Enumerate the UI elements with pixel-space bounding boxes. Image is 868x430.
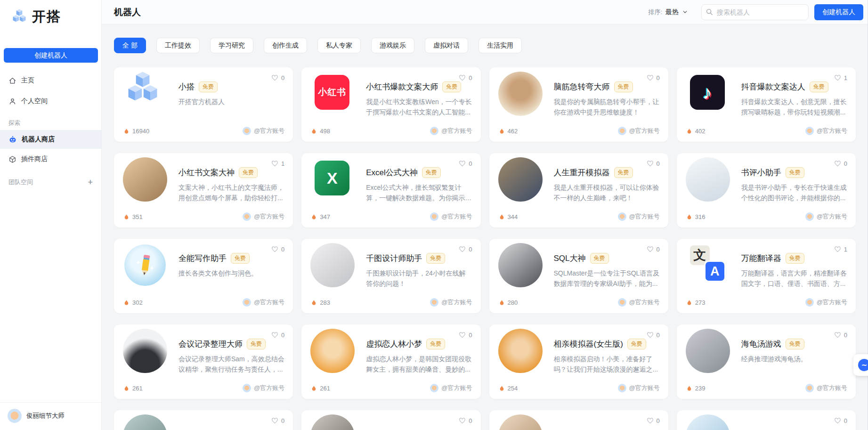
heat-counter: 344 <box>499 213 518 220</box>
bot-card[interactable]: 0 千图设计师助手 免费 千图兼职设计助手，24小时在线解答你的问题！ 283 … <box>301 239 480 313</box>
bot-avatar <box>498 414 543 430</box>
likes-counter: 0 <box>647 332 660 339</box>
likes-counter: 0 <box>271 74 284 81</box>
likes-counter: 1 <box>834 246 847 253</box>
author-badge: @官方账号 <box>243 384 284 392</box>
heat-counter: 302 <box>123 299 143 306</box>
bot-description: 抖音爆款文案达人，创意无限，擅长撰写吸睛标题，带你玩转短视频潮... <box>741 97 847 117</box>
sidebar-nav: 主页 个人空间 探索 机器人商店 插件商店 团队空间 + <box>0 70 101 187</box>
likes-count: 1 <box>844 74 847 81</box>
bot-card[interactable]: 文A 1 万能翻译器 免费 万能翻译器，语言大师，精准翻译各国文字，口语、俚语、… <box>677 239 856 313</box>
bot-avatar <box>498 243 543 287</box>
free-badge: 免费 <box>786 339 804 349</box>
heat-count: 239 <box>695 385 706 392</box>
app-name: 开搭 <box>32 8 61 26</box>
heart-icon <box>459 332 466 339</box>
free-badge: 免费 <box>614 81 633 92</box>
add-team-button[interactable]: + <box>88 178 93 187</box>
sidebar-item-personal-space[interactable]: 个人空间 <box>0 91 101 112</box>
bot-title: 千图设计师助手 <box>366 253 422 264</box>
likes-count: 0 <box>469 332 472 339</box>
likes-count: 0 <box>469 74 472 81</box>
filter-chip[interactable]: 私人专家 <box>317 38 361 53</box>
bot-card[interactable]: 0 书评小助手 免费 我是书评小助手，专长在于快速生成个性化的图书评论，并能根据… <box>677 153 856 227</box>
avatar-glyph: ♪ <box>703 83 712 102</box>
sort-dropdown[interactable]: 排序: 最热 <box>648 8 688 16</box>
heat-count: 302 <box>132 299 143 306</box>
sidebar-item-label: 机器人商店 <box>22 135 55 144</box>
likes-counter: 0 <box>459 332 472 339</box>
bot-card[interactable]: 0 会议记录整理大师 免费 会议记录整理大师Sam，高效总结会议精华，聚焦行动任… <box>114 325 293 399</box>
create-bot-button-top[interactable]: 创建机器人 <box>814 4 863 20</box>
likes-count: 1 <box>844 246 847 253</box>
heart-icon <box>647 417 654 424</box>
bot-card[interactable]: 0 <box>489 410 668 430</box>
author-badge: @官方账号 <box>243 212 284 221</box>
likes-count: 0 <box>657 74 660 81</box>
filter-chip[interactable]: 游戏娱乐 <box>371 38 414 53</box>
robot-icon <box>8 135 17 144</box>
filter-chip[interactable]: 全 部 <box>114 38 146 53</box>
author-badge: @官方账号 <box>618 212 660 221</box>
free-badge: 免费 <box>786 253 804 264</box>
author-avatar-icon <box>243 127 251 135</box>
bot-card[interactable]: 1 小红书文案大神 免费 文案大神，小红书上的文字魔法师，用创意点燃每个屏幕，助… <box>114 153 293 227</box>
likes-counter: 0 <box>647 74 660 81</box>
bot-card[interactable]: 0 人生重开模拟器 免费 我是人生重开模拟器，可以让你体验不一样的人生巅峰，来吧… <box>489 153 668 227</box>
bot-card[interactable]: 0 脑筋急转弯大师 免费 我是你的专属脑筋急转弯小帮手，让你在游戏中提升思维敏捷… <box>489 67 668 142</box>
likes-counter: 0 <box>647 417 660 424</box>
filter-chip[interactable]: 工作提效 <box>156 38 200 53</box>
free-badge: 免费 <box>247 339 266 349</box>
floating-helper-button[interactable]: ∼ <box>853 354 868 376</box>
search-icon <box>706 8 714 16</box>
likes-counter: 1 <box>834 74 847 81</box>
likes-counter: 0 <box>271 332 284 339</box>
heat-count: 261 <box>132 385 143 392</box>
explore-section-label: 探索 <box>0 112 101 130</box>
bot-card[interactable]: 0 <box>114 410 293 430</box>
bot-card[interactable]: 0 海龟汤游戏 免费 经典推理游戏海龟汤。 239 @官方账号 <box>677 325 856 399</box>
heart-icon <box>271 332 278 339</box>
flame-icon <box>499 299 505 306</box>
sidebar-item-plugin-store[interactable]: 插件商店 <box>0 149 101 170</box>
heat-count: 351 <box>132 213 143 220</box>
author-avatar-icon <box>430 212 438 221</box>
bot-card[interactable]: 0 全能写作助手 免费 擅长各类文体创作与润色。 302 @官方账号 <box>114 239 293 313</box>
user-profile-row[interactable]: 俊丽细节大师 <box>0 402 101 430</box>
bot-card[interactable]: 0 <box>301 410 480 430</box>
bot-card[interactable]: 0 <box>677 410 856 430</box>
likes-counter: 0 <box>834 417 847 424</box>
sidebar-item-home[interactable]: 主页 <box>0 70 101 91</box>
bot-card[interactable]: 0 小搭 免费 开搭官方机器人 16940 @官方账号 <box>114 67 293 142</box>
heat-counter: 283 <box>311 299 330 306</box>
likes-counter: 0 <box>459 74 472 81</box>
filter-chip[interactable]: 学习研究 <box>210 38 253 53</box>
bot-avatar <box>498 157 543 202</box>
bot-card[interactable]: 0 SQL大神 免费 SQLMaster是一位专注于SQL语言及数据库管理的专家… <box>489 239 668 313</box>
bot-card[interactable]: 0 虚拟恋人林小梦 免费 虚拟恋人林小梦，是韩国女团现役歌舞女主，拥有甜美的嗓音… <box>301 325 480 399</box>
bot-avatar: ♪ <box>690 75 725 110</box>
sidebar-item-robot-store[interactable]: 机器人商店 <box>0 130 101 149</box>
bot-title: SQL大神 <box>554 253 586 264</box>
bot-card[interactable]: 0 相亲模拟器(女生版) 免费 相亲模拟器启动！小美，准备好了吗？让我们开始这场… <box>489 325 668 399</box>
author-badge: @官方账号 <box>618 127 660 135</box>
bot-card[interactable]: ♪ 1 抖音爆款文案达人 免费 抖音爆款文案达人，创意无限，擅长撰写吸睛标题，带… <box>677 67 856 142</box>
bot-card[interactable]: 小红书 0 小红书爆款文案大师 免费 我是小红书文案教练Wen，一个专长于撰写爆… <box>301 67 480 142</box>
author-avatar-icon <box>243 384 251 392</box>
search-input[interactable] <box>701 4 809 20</box>
create-bot-button-sidebar[interactable]: 创建机器人 <box>4 48 98 63</box>
bot-description: 开搭官方机器人 <box>178 97 284 107</box>
author-badge: @官方账号 <box>805 127 847 135</box>
bot-card[interactable]: X 0 Excel公式大神 免费 Excel公式大神，擅长驾驭繁复计算，一键解决… <box>301 153 480 227</box>
author-badge: @官方账号 <box>618 384 660 392</box>
team-space-label: 团队空间 <box>8 178 33 187</box>
likes-counter: 1 <box>271 160 284 167</box>
filter-chip[interactable]: 生活实用 <box>479 38 522 53</box>
heart-icon <box>834 160 841 167</box>
bot-avatar <box>124 244 166 286</box>
filter-chip[interactable]: 虚拟对话 <box>425 38 468 53</box>
chevron-down-icon <box>682 9 688 15</box>
free-badge: 免费 <box>590 253 609 264</box>
bot-title: 海龟汤游戏 <box>741 339 781 349</box>
filter-chip[interactable]: 创作生成 <box>264 38 307 53</box>
